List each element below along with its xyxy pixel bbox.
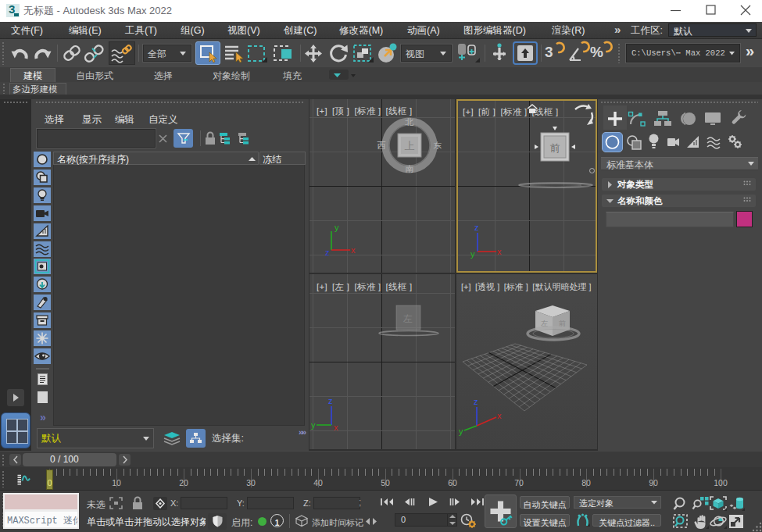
svg-text:上: 上 (405, 140, 415, 152)
svg-text:x: x (334, 423, 338, 432)
svg-text:z: z (328, 396, 333, 405)
svg-text:x: x (497, 411, 502, 420)
svg-text:x: x (351, 245, 356, 255)
svg-text:左: 左 (402, 313, 413, 324)
svg-text:前: 前 (550, 142, 560, 154)
svg-text:z: z (474, 397, 478, 406)
svg-text:z: z (474, 223, 479, 232)
svg-text:西: 西 (377, 141, 386, 150)
svg-text:y: y (459, 427, 463, 436)
svg-text:南: 南 (406, 164, 414, 173)
svg-text:东: 东 (434, 141, 442, 150)
svg-text:z: z (325, 248, 330, 257)
svg-text:y: y (311, 420, 316, 430)
svg-text:y: y (334, 223, 339, 232)
svg-text:x: x (497, 247, 502, 256)
svg-text:y: y (470, 249, 475, 259)
svg-text:北: 北 (405, 117, 414, 127)
